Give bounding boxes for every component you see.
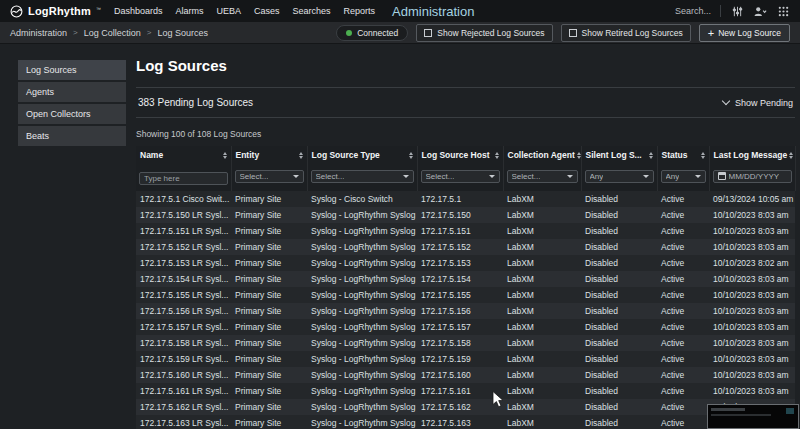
cell-log-source-type: Syslog - LogRhythm Syslog Ge... (307, 255, 417, 271)
cell-log-source-type: Syslog - LogRhythm Syslog Ge... (307, 319, 417, 335)
column-header-status[interactable]: Status (657, 146, 709, 164)
show-retired-checkbox[interactable]: Show Retired Log Sources (561, 24, 691, 42)
breadcrumb-item-administration[interactable]: Administration (10, 28, 67, 38)
table-body: 172.17.5.1 Cisco Swit...Primary SiteSysl… (136, 191, 795, 429)
table-row[interactable]: 172.17.5.163 LR Sysl...Primary SiteSyslo… (136, 415, 795, 429)
search-input[interactable]: Search... (675, 6, 711, 16)
column-header-silent-log-s[interactable]: Silent Log S... (581, 146, 657, 164)
cell-silent-log-s: Disabled (581, 287, 657, 303)
select-value: Select... (240, 172, 269, 181)
log-source-host-filter-select[interactable]: Select... (421, 170, 500, 183)
cell-collection-agent: LabXM (503, 239, 581, 255)
sidebar-item-log-sources[interactable]: Log Sources (18, 60, 126, 80)
table-row[interactable]: 172.17.5.159 LR Sysl...Primary SiteSyslo… (136, 351, 795, 367)
filter-cell-name (136, 164, 231, 191)
column-header-name[interactable]: Name (136, 146, 231, 164)
nav-item-ueba[interactable]: UEBA (216, 6, 241, 16)
sort-icon[interactable] (409, 152, 413, 159)
silent-log-s-filter-select[interactable]: Any (585, 170, 654, 183)
table-row[interactable]: 172.17.5.152 LR Sysl...Primary SiteSyslo… (136, 239, 795, 255)
cell-log-source-type: Syslog - LogRhythm Syslog Ge... (307, 335, 417, 351)
table-row[interactable]: 172.17.5.156 LR Sysl...Primary SiteSyslo… (136, 303, 795, 319)
table-row[interactable]: 172.17.5.157 LR Sysl...Primary SiteSyslo… (136, 319, 795, 335)
cell-name: 172.17.5.158 LR Sysl... (136, 335, 231, 351)
table-row[interactable]: 172.17.5.151 LR Sysl...Primary SiteSyslo… (136, 223, 795, 239)
new-log-source-button[interactable]: + New Log Source (699, 24, 790, 42)
cell-silent-log-s: Disabled (581, 319, 657, 335)
user-icon[interactable] (753, 4, 767, 18)
cell-name: 172.17.5.161 LR Sysl... (136, 383, 231, 399)
column-header-collection-agent[interactable]: Collection Agent (503, 146, 581, 164)
caret-down-icon (567, 175, 573, 178)
cell-log-source-type: Syslog - LogRhythm Syslog Ge... (307, 367, 417, 383)
column-header-entity[interactable]: Entity (231, 146, 307, 164)
cell-log-source-type: Syslog - LogRhythm Syslog Ge... (307, 383, 417, 399)
checkbox-unchecked-icon (424, 29, 432, 37)
table-row[interactable]: 172.17.5.1 Cisco Swit...Primary SiteSysl… (136, 191, 795, 207)
column-header-log-source-type[interactable]: Log Source Type (307, 146, 417, 164)
nav-item-administration[interactable]: Administration (392, 4, 474, 19)
last-log-message-date-filter[interactable]: MM/DD/YYYY (713, 170, 792, 183)
cell-log-source-host: 172.17.5.156 (417, 303, 503, 319)
nav-item-dashboards[interactable]: Dashboards (114, 6, 163, 16)
table-row[interactable]: 172.17.5.154 LR Sysl...Primary SiteSyslo… (136, 271, 795, 287)
cell-collection-agent: LabXM (503, 287, 581, 303)
table-row[interactable]: 172.17.5.161 LR Sysl...Primary SiteSyslo… (136, 383, 795, 399)
nav-item-alarms[interactable]: Alarms (175, 6, 203, 16)
entity-filter-select[interactable]: Select... (235, 170, 304, 183)
table-row[interactable]: 172.17.5.160 LR Sysl...Primary SiteSyslo… (136, 367, 795, 383)
breadcrumb-item-log-sources[interactable]: Log Sources (157, 28, 208, 38)
caret-down-icon (643, 175, 649, 178)
table-row[interactable]: 172.17.5.162 LR Sysl...Primary SiteSyslo… (136, 399, 795, 415)
sort-icon[interactable] (223, 152, 227, 159)
cell-silent-log-s: Disabled (581, 415, 657, 429)
cell-collection-agent: LabXM (503, 415, 581, 429)
table-row[interactable]: 172.17.5.153 LR Sysl...Primary SiteSyslo… (136, 255, 795, 271)
sidebar-item-open-collectors[interactable]: Open Collectors (18, 104, 126, 124)
show-rejected-checkbox[interactable]: Show Rejected Log Sources (416, 24, 552, 42)
sort-desc-icon (299, 156, 303, 159)
cell-status: Active (657, 271, 709, 287)
sliders-icon[interactable] (730, 4, 744, 18)
sort-asc-icon (409, 152, 413, 155)
breadcrumb-item-log-collection[interactable]: Log Collection (84, 28, 141, 38)
cell-log-source-type: Syslog - LogRhythm Syslog Ge... (307, 399, 417, 415)
column-label: Status (662, 150, 688, 160)
show-pending-toggle[interactable]: Show Pending (723, 98, 793, 108)
table-row[interactable]: 172.17.5.155 LR Sysl...Primary SiteSyslo… (136, 287, 795, 303)
sort-icon[interactable] (789, 152, 793, 159)
connection-status-badge: Connected (336, 25, 408, 41)
sort-icon[interactable] (299, 152, 303, 159)
cell-log-source-host: 172.17.5.151 (417, 223, 503, 239)
cell-last-log-message: 10/10/2023 8:02 am (709, 255, 795, 271)
nav-item-cases[interactable]: Cases (254, 6, 280, 16)
show-rejected-label: Show Rejected Log Sources (437, 28, 544, 38)
cell-silent-log-s: Disabled (581, 271, 657, 287)
cell-entity: Primary Site (231, 239, 307, 255)
grid-icon[interactable] (776, 4, 790, 18)
cell-last-log-message: 10/10/2023 8:03 am (709, 383, 795, 399)
table-row[interactable]: 172.17.5.158 LR Sysl...Primary SiteSyslo… (136, 335, 795, 351)
log-source-type-filter-select[interactable]: Select... (311, 170, 414, 183)
sort-icon[interactable] (701, 152, 705, 159)
nav-item-reports[interactable]: Reports (344, 6, 376, 16)
sort-asc-icon (223, 152, 227, 155)
brand[interactable]: LogRhythm ™ (10, 5, 101, 18)
sort-icon[interactable] (495, 152, 499, 159)
table-row[interactable]: 172.17.5.150 LR Sysl...Primary SiteSyslo… (136, 207, 795, 223)
column-header-last-log-message[interactable]: Last Log Message (709, 146, 795, 164)
collection-agent-filter-select[interactable]: Select... (507, 170, 578, 183)
cell-status: Active (657, 303, 709, 319)
column-header-inner: Collection Agent (508, 150, 577, 160)
cell-name: 172.17.5.150 LR Sysl... (136, 207, 231, 223)
column-header-log-source-host[interactable]: Log Source Host (417, 146, 503, 164)
sort-icon[interactable] (649, 152, 653, 159)
status-filter-select[interactable]: Any (661, 170, 706, 183)
sidebar-item-beats[interactable]: Beats (18, 126, 126, 146)
cell-log-source-host: 172.17.5.161 (417, 383, 503, 399)
name-filter-input[interactable] (139, 172, 228, 185)
nav-item-searches[interactable]: Searches (292, 6, 330, 16)
sidebar-item-agents[interactable]: Agents (18, 82, 126, 102)
sort-icon[interactable] (577, 152, 581, 159)
top-nav: LogRhythm ™ DashboardsAlarmsUEBACasesSea… (0, 0, 800, 22)
